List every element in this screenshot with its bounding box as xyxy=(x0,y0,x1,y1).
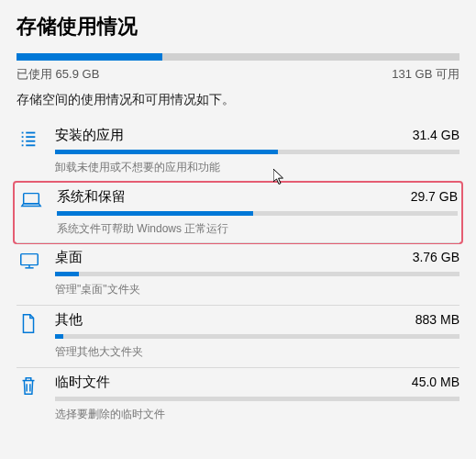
category-bar-fill xyxy=(55,272,79,276)
storage-category-4[interactable]: 临时文件45.0 MB选择要删除的临时文件 xyxy=(17,367,459,430)
category-size: 29.7 GB xyxy=(411,189,458,204)
category-size: 3.76 GB xyxy=(413,250,459,264)
monitor-icon xyxy=(17,249,55,299)
storage-total-fill xyxy=(17,53,162,61)
svg-rect-8 xyxy=(24,194,39,204)
category-size: 883 MB xyxy=(415,312,459,327)
category-desc: 卸载未使用或不想要的应用和功能 xyxy=(55,160,459,175)
category-bar xyxy=(55,272,459,276)
laptop-icon xyxy=(18,188,57,239)
storage-free-label: 131 GB 可用 xyxy=(392,66,459,83)
apps-list-icon xyxy=(17,127,55,177)
trash-icon xyxy=(17,374,55,424)
category-title: 临时文件 xyxy=(55,374,110,391)
category-bar xyxy=(55,150,459,154)
storage-used-label: 已使用 65.9 GB xyxy=(17,66,99,83)
category-title: 系统和保留 xyxy=(57,188,126,206)
svg-rect-9 xyxy=(21,254,38,265)
storage-category-1[interactable]: 系统和保留29.7 GB系统文件可帮助 Windows 正常运行 xyxy=(13,181,463,244)
storage-subtitle: 存储空间的使用情况和可用情况如下。 xyxy=(17,92,459,108)
category-bar xyxy=(55,334,459,339)
category-size: 31.4 GB xyxy=(413,128,459,142)
storage-category-0[interactable]: 安装的应用31.4 GB卸载未使用或不想要的应用和功能 xyxy=(17,121,459,183)
category-bar-fill xyxy=(57,211,253,216)
storage-category-3[interactable]: 其他883 MB管理其他大文件夹 xyxy=(17,305,459,367)
category-desc: 管理"桌面"文件夹 xyxy=(55,282,459,297)
category-size: 45.0 MB xyxy=(412,375,459,389)
document-icon xyxy=(17,311,55,362)
category-bar xyxy=(55,397,459,401)
storage-category-2[interactable]: 桌面3.76 GB管理"桌面"文件夹 xyxy=(17,242,459,305)
category-bar xyxy=(57,211,458,216)
category-title: 安装的应用 xyxy=(55,127,124,144)
page-title: 存储使用情况 xyxy=(17,13,459,40)
category-title: 其他 xyxy=(55,311,83,329)
storage-total-bar xyxy=(17,53,459,61)
category-title: 桌面 xyxy=(55,249,83,266)
category-bar-fill xyxy=(55,334,63,339)
category-bar-fill xyxy=(55,150,278,154)
category-desc: 系统文件可帮助 Windows 正常运行 xyxy=(57,221,458,237)
category-desc: 选择要删除的临时文件 xyxy=(55,407,459,422)
category-desc: 管理其他大文件夹 xyxy=(55,344,459,360)
